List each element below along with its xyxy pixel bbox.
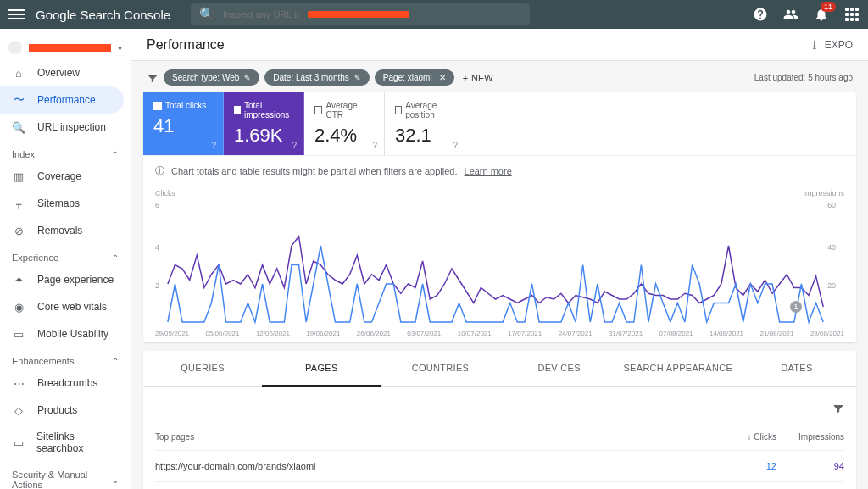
logo: Google Search Console xyxy=(36,8,170,22)
chip-page[interactable]: Page: xiaomi✕ xyxy=(375,69,454,86)
help-icon[interactable] xyxy=(753,7,768,22)
checkbox-icon xyxy=(395,106,402,114)
chip-search-type[interactable]: Search type: Web✎ xyxy=(164,69,259,86)
close-icon[interactable]: ✕ xyxy=(439,73,446,82)
nav-sitemaps[interactable]: ᚁSitemaps xyxy=(0,190,131,217)
notif-badge: 11 xyxy=(821,2,836,12)
apps-icon[interactable] xyxy=(844,7,860,22)
url-inspect-search[interactable]: 🔍 xyxy=(191,3,530,25)
page-title: Performance xyxy=(147,37,225,53)
topbar-actions: 11 xyxy=(753,7,860,22)
search-input[interactable] xyxy=(223,9,299,19)
nav-page-experience[interactable]: ✦Page experience xyxy=(0,266,131,293)
nav-overview[interactable]: ⌂Overview xyxy=(0,59,131,86)
metric-ctr[interactable]: Average CTR 2.4% ? xyxy=(304,92,385,155)
svg-text:60: 60 xyxy=(827,201,836,209)
chevron-up-icon: ⌃ xyxy=(112,150,119,159)
checkbox-icon xyxy=(153,102,162,110)
tab-dates[interactable]: DATES xyxy=(737,351,856,386)
metric-tiles: Total clicks 41 ? Total impressions 1.69… xyxy=(143,92,856,155)
table-row[interactable]: https://your-domain.com/brands/xiaomi129… xyxy=(155,451,844,482)
help-icon[interactable]: ? xyxy=(372,141,377,150)
table-row[interactable]: http://your-domain.com/brands/xiaomi9317 xyxy=(155,482,844,489)
chevron-up-icon: ⌃ xyxy=(112,357,119,366)
sitemaps-icon: ᚁ xyxy=(12,197,25,210)
chevron-down-icon: ▾ xyxy=(118,43,122,53)
col-impressions[interactable]: Impressions xyxy=(776,432,844,442)
products-icon: ◇ xyxy=(12,403,25,417)
left-axis-label: Clicks xyxy=(155,189,175,197)
sidebar: ▾ ⌂Overview 〜Performance 🔍URL inspection… xyxy=(0,29,131,489)
chevron-up-icon: ⌃ xyxy=(112,253,119,263)
people-icon[interactable] xyxy=(783,7,798,22)
section-index[interactable]: Index⌃ xyxy=(0,141,131,163)
chart-icon: 〜 xyxy=(12,93,25,107)
metric-position[interactable]: Average position 32.1 ? xyxy=(385,92,465,155)
tab-queries[interactable]: QUERIES xyxy=(143,351,262,386)
nav-performance[interactable]: 〜Performance xyxy=(0,86,124,114)
help-icon[interactable]: ? xyxy=(292,141,297,150)
table-header: Top pages ↓ Clicks Impressions xyxy=(155,424,844,451)
tab-pages[interactable]: PAGES xyxy=(262,351,381,387)
edit-icon: ✎ xyxy=(244,74,251,82)
col-page[interactable]: Top pages xyxy=(155,432,709,442)
x-axis-ticks: 29/05/202105/06/202112/06/202119/06/2021… xyxy=(155,326,844,341)
nav-mobile-usability[interactable]: ▭Mobile Usability xyxy=(0,320,131,347)
section-security[interactable]: Security & Manual Actions⌄ xyxy=(0,461,131,489)
property-name-redacted xyxy=(29,44,111,52)
chip-date[interactable]: Date: Last 3 months✎ xyxy=(264,69,370,86)
checkbox-icon xyxy=(314,106,322,114)
col-clicks[interactable]: ↓ Clicks xyxy=(709,432,776,442)
metric-clicks[interactable]: Total clicks 41 ? xyxy=(143,92,224,155)
learn-more-link[interactable]: Learn more xyxy=(465,166,512,176)
nav-url-inspection[interactable]: 🔍URL inspection xyxy=(0,114,131,141)
svg-text:2: 2 xyxy=(155,281,159,290)
nav-removals[interactable]: ⊘Removals xyxy=(0,217,131,244)
chart-card: Total clicks 41 ? Total impressions 1.69… xyxy=(143,92,856,342)
table-tabs: QUERIES PAGES COUNTRIES DEVICES SEARCH A… xyxy=(143,351,856,387)
chevron-down-icon: ⌄ xyxy=(112,475,119,485)
data-table-card: QUERIES PAGES COUNTRIES DEVICES SEARCH A… xyxy=(143,351,856,489)
notifications-icon[interactable]: 11 xyxy=(814,7,829,22)
logo-product: Search Console xyxy=(80,8,170,22)
speed-icon: ◉ xyxy=(12,300,25,314)
sparkle-icon: ✦ xyxy=(12,273,25,286)
mobile-icon: ▭ xyxy=(12,327,25,341)
plus-icon: + xyxy=(463,73,468,83)
home-icon: ⌂ xyxy=(12,66,25,80)
svg-text:4: 4 xyxy=(155,243,159,252)
filter-bar: Search type: Web✎ Date: Last 3 months✎ P… xyxy=(131,69,868,92)
last-updated: Last updated: 5 hours ago xyxy=(754,73,853,82)
nav-products[interactable]: ◇Products xyxy=(0,397,131,424)
help-icon[interactable]: ? xyxy=(453,141,458,150)
section-enhancements[interactable]: Enhancements⌃ xyxy=(0,347,131,370)
nav-cwv[interactable]: ◉Core web vitals xyxy=(0,293,131,320)
section-experience[interactable]: Experience⌃ xyxy=(0,244,131,266)
titlebar: Performance ⭳ EXPO xyxy=(131,29,868,61)
nav-coverage[interactable]: ▥Coverage xyxy=(0,163,131,190)
nav-breadcrumbs[interactable]: ⋯Breadcrumbs xyxy=(0,370,131,397)
search-icon: 🔍 xyxy=(199,7,214,22)
menu-icon[interactable] xyxy=(8,7,25,22)
performance-chart[interactable]: 6 4 2 60 40 20 1 xyxy=(155,199,844,326)
add-filter-button[interactable]: +NEW xyxy=(463,73,493,83)
table-filter-button[interactable] xyxy=(155,396,844,424)
right-axis-label: Impressions xyxy=(803,189,844,197)
topbar: Google Search Console 🔍 11 xyxy=(0,0,868,29)
redacted-domain xyxy=(308,11,409,18)
svg-text:40: 40 xyxy=(827,243,836,252)
tab-countries[interactable]: COUNTRIES xyxy=(381,351,499,386)
tab-search-appearance[interactable]: SEARCH APPEARANCE xyxy=(619,351,737,386)
property-favicon xyxy=(8,41,22,54)
download-icon: ⭳ xyxy=(810,39,820,51)
checkbox-icon xyxy=(234,106,241,114)
chart-annotation-marker[interactable]: 1 xyxy=(790,301,802,313)
property-selector[interactable]: ▾ xyxy=(0,36,131,59)
nav-sitelinks[interactable]: ▭Sitelinks searchbox xyxy=(0,424,131,461)
help-icon[interactable]: ? xyxy=(211,141,216,150)
tab-devices[interactable]: DEVICES xyxy=(500,351,619,386)
svg-text:20: 20 xyxy=(827,281,836,290)
export-button[interactable]: ⭳ EXPO xyxy=(810,39,853,51)
metric-impressions[interactable]: Total impressions 1.69K ? xyxy=(224,92,304,155)
filter-icon[interactable] xyxy=(147,72,159,84)
